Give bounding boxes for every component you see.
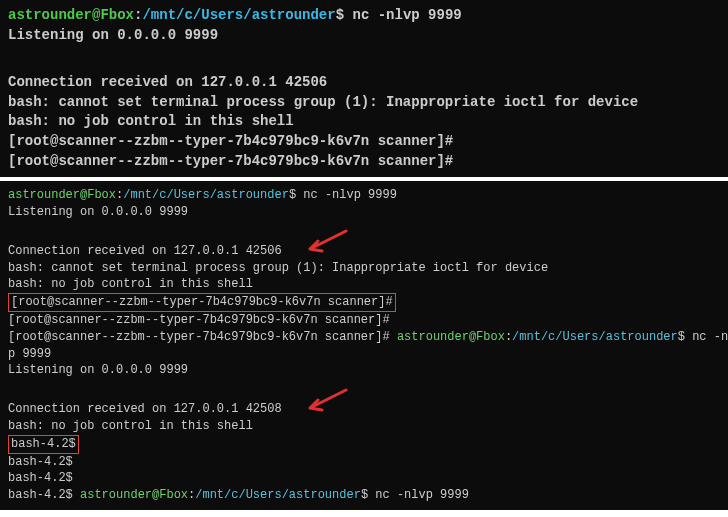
bash-prompt: bash-4.2$ — [8, 488, 80, 502]
prompt-user: astrounder@Fbox — [397, 330, 505, 344]
terminal-line: bash: no job control in this shell — [8, 276, 720, 293]
command: nc -nlvp 9999 — [375, 488, 469, 502]
terminal-line: [root@scanner--zzbm--typer-7b4c979bc9-k6… — [8, 132, 720, 152]
dollar: $ — [289, 188, 303, 202]
prompt-path: /mnt/c/Users/astrounder — [512, 330, 678, 344]
command-part: nc -nlv — [692, 330, 728, 344]
terminal-line: Connection received on 127.0.0.1 42506 — [8, 243, 720, 260]
terminal-line: bash-4.2$ — [8, 454, 720, 471]
prompt-path: /mnt/c/Users/astrounder — [142, 7, 335, 23]
prompt-path: /mnt/c/Users/astrounder — [123, 188, 289, 202]
terminal-line: astrounder@Fbox:/mnt/c/Users/astrounder$… — [8, 6, 720, 26]
terminal-line: Connection received on 127.0.0.1 42508 — [8, 401, 720, 418]
annotation-arrow-icon — [300, 388, 348, 414]
dollar: $ — [678, 330, 692, 344]
annotation-arrow-icon — [300, 229, 348, 255]
terminal-bottom: astrounder@Fbox:/mnt/c/Users/astrounder$… — [0, 177, 728, 510]
terminal-line: Listening on 0.0.0.0 9999 — [8, 362, 720, 379]
spacer — [8, 45, 720, 59]
dollar: $ — [361, 488, 375, 502]
spacer — [8, 393, 720, 401]
highlight-box: bash-4.2$ — [8, 435, 79, 454]
terminal-line: p 9999 — [8, 346, 720, 363]
prompt-user: astrounder@Fbox — [8, 188, 116, 202]
highlight-box: [root@scanner--zzbm--typer-7b4c979bc9-k6… — [8, 293, 396, 312]
prompt-path: /mnt/c/Users/astrounder — [195, 488, 361, 502]
terminal-line: [root@scanner--zzbm--typer-7b4c979bc9-k6… — [8, 312, 720, 329]
command: nc -nlvp 9999 — [303, 188, 397, 202]
terminal-line: [root@scanner--zzbm--typer-7b4c979bc9-k6… — [8, 293, 720, 312]
command: nc -nlvp 9999 — [352, 7, 461, 23]
spacer — [8, 59, 720, 73]
terminal-top: astrounder@Fbox:/mnt/c/Users/astrounder$… — [0, 0, 728, 177]
terminal-line: Connection received on 127.0.0.1 42506 — [8, 73, 720, 93]
terminal-line: bash: no job control in this shell — [8, 418, 720, 435]
terminal-line: bash: cannot set terminal process group … — [8, 93, 720, 113]
terminal-line: Listening on 0.0.0.0 9999 — [8, 204, 720, 221]
terminal-line: astrounder@Fbox:/mnt/c/Users/astrounder$… — [8, 187, 720, 204]
prompt-user: astrounder@Fbox — [8, 7, 134, 23]
spacer — [8, 235, 720, 243]
terminal-line: [root@scanner--zzbm--typer-7b4c979bc9-k6… — [8, 152, 720, 172]
terminal-line: bash-4.2$ astrounder@Fbox:/mnt/c/Users/a… — [8, 487, 720, 504]
prompt-user: astrounder@Fbox — [80, 488, 188, 502]
terminal-line: Listening on 0.0.0.0 9999 — [8, 26, 720, 46]
terminal-line: [root@scanner--zzbm--typer-7b4c979bc9-k6… — [8, 329, 720, 346]
dollar: $ — [336, 7, 353, 23]
root-prompt: [root@scanner--zzbm--typer-7b4c979bc9-k6… — [8, 330, 397, 344]
spacer — [8, 379, 720, 393]
terminal-line: bash-4.2$ — [8, 470, 720, 487]
spacer — [8, 221, 720, 235]
terminal-line: bash: cannot set terminal process group … — [8, 260, 720, 277]
terminal-line: bash-4.2$ — [8, 435, 720, 454]
terminal-line: bash: no job control in this shell — [8, 112, 720, 132]
